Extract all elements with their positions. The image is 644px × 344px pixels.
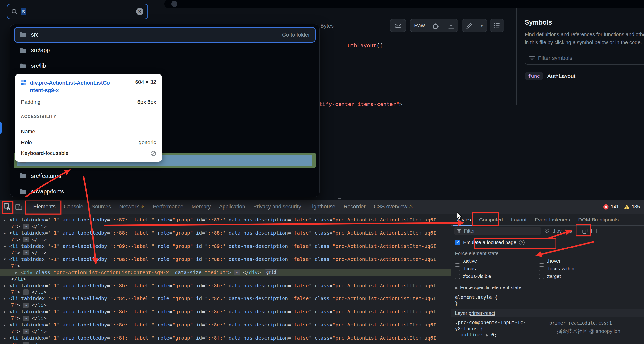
finder-row-src-app-fonts[interactable]: src/app/fonts xyxy=(14,184,316,197)
devtools-resize-handle[interactable] xyxy=(338,198,341,199)
elements-tree[interactable]: ▸ <li tabindex="-1" aria-labelledby=":r8… xyxy=(0,214,451,344)
inline-ellipsis[interactable]: ⋯ xyxy=(234,270,240,275)
sidebar-tab-computed[interactable]: Computed xyxy=(475,214,507,225)
elements-node-collapsed[interactable]: ▸ <li tabindex="-1" aria-labelledby=":r8… xyxy=(0,230,451,236)
elements-selected-node[interactable]: ▸ <div class="prc-ActionList-ActionListC… xyxy=(0,269,451,276)
element-classes-button[interactable]: .cls xyxy=(565,228,572,234)
download-button[interactable] xyxy=(444,19,458,32)
element-style-block[interactable]: element.style { } xyxy=(451,292,644,309)
clear-search-button[interactable]: × xyxy=(136,8,143,15)
copy-button[interactable] xyxy=(429,19,444,32)
checkbox-icon[interactable] xyxy=(455,259,460,264)
finder-row-src-app[interactable]: src/app xyxy=(14,43,316,58)
sidebar-tab-dom-breakpoints[interactable]: DOM Breakpoints xyxy=(574,214,623,225)
finder-row-src-features[interactable]: src/features xyxy=(14,168,316,184)
devtools-tab-memory[interactable]: Memory xyxy=(188,200,215,214)
rule-source-link[interactable]: primer-reac…odule.css:1 xyxy=(550,320,612,326)
grid-badge[interactable]: grid xyxy=(264,270,278,275)
inline-ellipsis[interactable]: ⋯ xyxy=(23,290,29,295)
devtools-tab-network[interactable]: Network⚠ xyxy=(115,200,149,214)
help-icon[interactable]: ? xyxy=(519,240,524,245)
elements-node-collapsed[interactable]: ▸ <li tabindex="-1" aria-labelledby=":r8… xyxy=(0,309,451,315)
symbol-result-row[interactable]: func AuthLayout xyxy=(525,72,644,80)
elements-node-collapsed[interactable]: ▸ <li tabindex="-1" aria-labelledby=":r8… xyxy=(0,243,451,250)
edit-dropdown-button[interactable]: ▾ xyxy=(476,19,487,32)
devtools-tab-privacy-and-security[interactable]: Privacy and security xyxy=(249,200,305,214)
avatar[interactable] xyxy=(171,1,178,7)
sidebar-tab-layout[interactable]: Layout xyxy=(507,214,531,225)
elements-node-wrap[interactable]: 7"> ⋯ </li> xyxy=(0,289,451,295)
inline-ellipsis[interactable]: ⋯ xyxy=(23,224,29,229)
edit-button[interactable] xyxy=(462,19,476,32)
filter-symbols-input[interactable]: Filter symbols xyxy=(525,52,644,64)
elements-node-wrap[interactable]: 7"> xyxy=(0,263,451,269)
sidebar-tab-event-listeners[interactable]: Event Listeners xyxy=(531,214,574,225)
styles-filter-input[interactable]: Filter xyxy=(454,227,541,235)
elements-node-wrap[interactable]: 7"> ⋯ </li> xyxy=(0,341,451,344)
pseudo-class-active[interactable]: :active xyxy=(455,258,539,264)
file-finder-search-input[interactable]: s × xyxy=(6,4,148,19)
error-counter[interactable]: 141 xyxy=(603,204,619,210)
finder-row-src[interactable]: srcGo to folder xyxy=(14,27,316,43)
raw-button[interactable]: Raw xyxy=(410,19,429,32)
checkbox-checked-icon[interactable]: ✓ xyxy=(455,240,460,245)
devtools-tab-lighthouse[interactable]: Lighthouse xyxy=(305,200,340,214)
elements-node-wrap[interactable]: 7"> ⋯ </li> xyxy=(0,328,451,335)
copilot-button[interactable] xyxy=(390,19,406,32)
force-specific-state-expander[interactable]: ▶Force specific element state xyxy=(451,283,644,292)
elements-node-collapsed[interactable]: ▸ <li tabindex="-1" aria-labelledby=":r8… xyxy=(0,217,451,223)
styles-sidebar: StylesComputedLayoutEvent ListenersDOM B… xyxy=(451,214,644,344)
devtools-tab-application[interactable]: Application xyxy=(215,200,249,214)
toggle-element-state-button[interactable]: :hov xyxy=(552,228,562,234)
elements-node-expanded[interactable]: ▾ <li tabindex="-1" aria-labelledby=":r8… xyxy=(0,256,451,263)
devtools-tab-console[interactable]: Console xyxy=(60,200,88,214)
devtools-tab-recorder[interactable]: Recorder xyxy=(340,200,370,214)
warning-counter[interactable]: 135 xyxy=(624,204,640,210)
devtools-tab-sources[interactable]: Sources xyxy=(88,200,115,214)
inspect-element-button[interactable] xyxy=(2,201,13,212)
devtools-tab-elements[interactable]: Elements xyxy=(29,200,60,214)
inline-ellipsis[interactable]: ⋯ xyxy=(23,237,29,242)
inline-ellipsis[interactable]: ⋯ xyxy=(23,303,29,308)
elements-close-tag[interactable]: </li> xyxy=(0,276,451,282)
checkbox-icon[interactable] xyxy=(539,266,544,271)
pseudo-class-focus[interactable]: :focus xyxy=(455,266,539,272)
inline-ellipsis[interactable]: ⋯ xyxy=(23,250,29,255)
elements-node-collapsed[interactable]: ▸ <li tabindex="-1" aria-labelledby=":r8… xyxy=(0,282,451,289)
warning-icon: ⚠ xyxy=(409,200,413,214)
devtools-tab-css-overview[interactable]: CSS overview⚠ xyxy=(370,200,417,214)
elements-node-collapsed[interactable]: ▸ <li tabindex="-1" aria-labelledby=":r8… xyxy=(0,335,451,341)
checkbox-icon[interactable] xyxy=(455,266,460,271)
screenshot-root: Bytes Raw ▾ uthLayout({ n flex flex-col … xyxy=(0,0,644,344)
collapse-sections-icon[interactable] xyxy=(544,229,550,233)
elements-node-wrap[interactable]: 7"> ⋯ </li> xyxy=(0,236,451,243)
devtools-tab-performance[interactable]: Performance xyxy=(149,200,188,214)
emulate-focused-page-row[interactable]: ✓ Emulate a focused page ? xyxy=(451,237,644,249)
elements-node-wrap[interactable]: 7"> ⋯ </li> xyxy=(0,315,451,322)
checkbox-icon[interactable] xyxy=(455,274,460,279)
pseudo-class-target[interactable]: :target xyxy=(539,274,623,279)
finder-row-src-lib[interactable]: src/lib xyxy=(14,58,316,74)
shorthand-expander-icon[interactable]: ▶ xyxy=(486,333,488,338)
elements-node-collapsed[interactable]: ▸ <li tabindex="-1" aria-labelledby=":r8… xyxy=(0,295,451,302)
symbols-toggle-button[interactable] xyxy=(490,19,504,32)
elements-node-wrap[interactable]: 7"> ⋯ </li> xyxy=(0,223,451,230)
inline-ellipsis[interactable]: ⋯ xyxy=(23,342,29,344)
checkbox-icon[interactable] xyxy=(539,274,544,279)
layer-link[interactable]: primer-react xyxy=(468,310,495,316)
symbol-name: AuthLayout xyxy=(547,73,575,79)
new-style-rule-button[interactable]: + xyxy=(575,228,579,234)
pseudo-class-focus-within[interactable]: :focus-within xyxy=(539,266,623,272)
device-toolbar-button[interactable] xyxy=(13,201,24,212)
inline-ellipsis[interactable]: ⋯ xyxy=(23,329,29,334)
sidebar-tab-styles[interactable]: Styles xyxy=(453,214,475,225)
checkbox-icon[interactable] xyxy=(539,259,544,264)
pseudo-class-hover[interactable]: :hover xyxy=(539,258,623,264)
computed-panel-icon[interactable] xyxy=(591,228,597,234)
elements-node-collapsed[interactable]: ▸ <li tabindex="-1" aria-labelledby=":r8… xyxy=(0,322,451,328)
inline-ellipsis[interactable]: ⋯ xyxy=(23,316,29,321)
pseudo-class-focus-visible[interactable]: :focus-visible xyxy=(455,274,539,279)
elements-node-wrap[interactable]: 7"> ⋯ </li> xyxy=(0,302,451,309)
layers-icon[interactable] xyxy=(582,228,588,234)
elements-node-wrap[interactable]: 7"> ⋯ </li> xyxy=(0,250,451,256)
